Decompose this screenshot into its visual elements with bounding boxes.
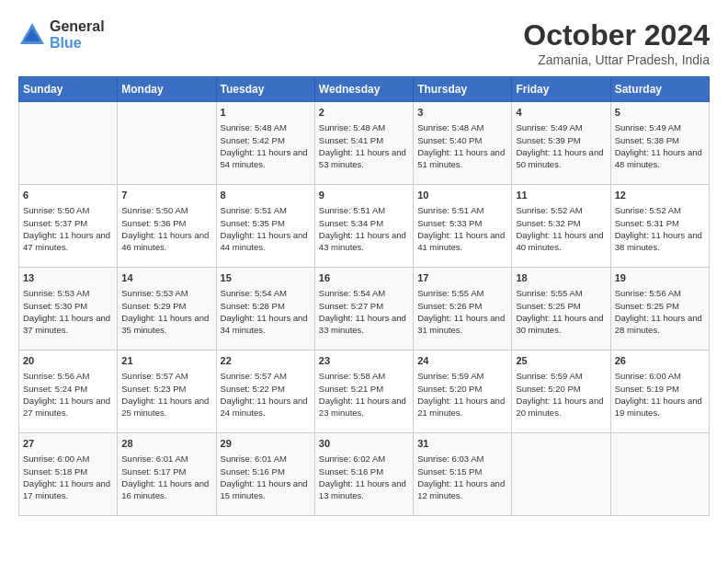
day-number: 24 (417, 354, 507, 368)
calendar-cell: 27Sunrise: 6:00 AMSunset: 5:18 PMDayligh… (19, 433, 118, 516)
day-content: Sunrise: 5:51 AMSunset: 5:35 PMDaylight:… (221, 204, 311, 253)
header-cell-friday: Friday (512, 77, 610, 102)
header-cell-monday: Monday (118, 77, 216, 102)
calendar-cell (118, 102, 216, 185)
day-number: 6 (23, 189, 113, 202)
calendar-cell: 8Sunrise: 5:51 AMSunset: 5:35 PMDaylight… (216, 185, 314, 268)
day-number: 21 (121, 354, 211, 368)
calendar-cell (512, 433, 610, 516)
day-content: Sunrise: 6:00 AMSunset: 5:18 PMDaylight:… (23, 453, 113, 501)
calendar-cell (19, 102, 118, 185)
calendar-cell: 6Sunrise: 5:50 AMSunset: 5:37 PMDaylight… (19, 185, 118, 268)
logo-general: General (50, 18, 105, 35)
header-cell-wednesday: Wednesday (314, 77, 413, 102)
day-number: 2 (319, 106, 409, 120)
day-content: Sunrise: 5:48 AMSunset: 5:41 PMDaylight:… (319, 121, 409, 170)
calendar-cell: 7Sunrise: 5:50 AMSunset: 5:36 PMDaylight… (118, 185, 216, 268)
day-number: 17 (417, 271, 507, 285)
day-number: 19 (615, 271, 705, 285)
day-content: Sunrise: 5:58 AMSunset: 5:21 PMDaylight:… (319, 370, 409, 419)
day-number: 13 (23, 271, 113, 285)
calendar-cell: 31Sunrise: 6:03 AMSunset: 5:15 PMDayligh… (414, 433, 512, 516)
day-content: Sunrise: 5:48 AMSunset: 5:40 PMDaylight:… (417, 121, 507, 170)
calendar-cell: 9Sunrise: 5:51 AMSunset: 5:34 PMDaylight… (314, 185, 413, 268)
day-number: 29 (221, 437, 311, 451)
calendar-body: 1Sunrise: 5:48 AMSunset: 5:42 PMDaylight… (19, 102, 710, 516)
week-row-2: 6Sunrise: 5:50 AMSunset: 5:37 PMDaylight… (19, 185, 710, 268)
calendar-cell: 12Sunrise: 5:52 AMSunset: 5:31 PMDayligh… (610, 185, 709, 268)
day-number: 31 (417, 437, 507, 451)
day-number: 26 (615, 354, 705, 368)
day-content: Sunrise: 6:01 AMSunset: 5:16 PMDaylight:… (221, 453, 311, 501)
calendar-cell: 5Sunrise: 5:49 AMSunset: 5:38 PMDaylight… (610, 102, 709, 185)
day-number: 15 (221, 271, 311, 285)
calendar-table: SundayMondayTuesdayWednesdayThursdayFrid… (18, 76, 710, 516)
calendar-cell: 17Sunrise: 5:55 AMSunset: 5:26 PMDayligh… (414, 268, 512, 350)
calendar-cell: 30Sunrise: 6:02 AMSunset: 5:16 PMDayligh… (314, 433, 413, 516)
header-cell-thursday: Thursday (414, 77, 512, 102)
day-content: Sunrise: 5:57 AMSunset: 5:22 PMDaylight:… (221, 370, 311, 419)
logo-blue: Blue (50, 35, 105, 52)
calendar-header: SundayMondayTuesdayWednesdayThursdayFrid… (19, 77, 710, 102)
subtitle: Zamania, Uttar Pradesh, India (523, 52, 710, 67)
calendar-cell: 19Sunrise: 5:56 AMSunset: 5:25 PMDayligh… (610, 268, 709, 350)
day-number: 1 (221, 106, 311, 120)
title-block: October 2024 Zamania, Uttar Pradesh, Ind… (523, 18, 710, 67)
day-content: Sunrise: 5:57 AMSunset: 5:23 PMDaylight:… (121, 370, 211, 419)
calendar-cell: 24Sunrise: 5:59 AMSunset: 5:20 PMDayligh… (414, 350, 512, 433)
day-number: 27 (23, 437, 113, 451)
day-number: 23 (319, 354, 409, 368)
day-content: Sunrise: 5:59 AMSunset: 5:20 PMDaylight:… (417, 370, 507, 419)
day-number: 16 (319, 271, 409, 285)
week-row-1: 1Sunrise: 5:48 AMSunset: 5:42 PMDaylight… (19, 102, 710, 185)
day-content: Sunrise: 5:53 AMSunset: 5:29 PMDaylight:… (121, 287, 211, 336)
calendar-cell: 4Sunrise: 5:49 AMSunset: 5:39 PMDaylight… (512, 102, 610, 185)
calendar-cell: 2Sunrise: 5:48 AMSunset: 5:41 PMDaylight… (314, 102, 413, 185)
day-number: 30 (319, 437, 409, 451)
day-number: 10 (417, 189, 507, 202)
day-content: Sunrise: 5:49 AMSunset: 5:39 PMDaylight:… (516, 121, 606, 170)
logo-icon (18, 21, 46, 49)
day-number: 20 (23, 354, 113, 368)
day-number: 8 (221, 189, 311, 202)
calendar-cell: 3Sunrise: 5:48 AMSunset: 5:40 PMDaylight… (414, 102, 512, 185)
header-cell-saturday: Saturday (610, 77, 709, 102)
day-number: 14 (121, 271, 211, 285)
day-content: Sunrise: 5:50 AMSunset: 5:37 PMDaylight:… (23, 204, 113, 253)
day-content: Sunrise: 5:53 AMSunset: 5:30 PMDaylight:… (23, 287, 113, 336)
day-content: Sunrise: 5:56 AMSunset: 5:24 PMDaylight:… (23, 370, 113, 419)
calendar-cell: 18Sunrise: 5:55 AMSunset: 5:25 PMDayligh… (512, 268, 610, 350)
calendar-cell: 1Sunrise: 5:48 AMSunset: 5:42 PMDaylight… (216, 102, 314, 185)
calendar-cell: 13Sunrise: 5:53 AMSunset: 5:30 PMDayligh… (19, 268, 118, 350)
month-title: October 2024 (523, 18, 710, 52)
day-content: Sunrise: 5:51 AMSunset: 5:34 PMDaylight:… (319, 204, 409, 253)
calendar-cell: 10Sunrise: 5:51 AMSunset: 5:33 PMDayligh… (414, 185, 512, 268)
calendar-cell: 23Sunrise: 5:58 AMSunset: 5:21 PMDayligh… (314, 350, 413, 433)
day-content: Sunrise: 5:52 AMSunset: 5:31 PMDaylight:… (615, 204, 705, 253)
day-number: 18 (516, 271, 606, 285)
day-content: Sunrise: 5:55 AMSunset: 5:25 PMDaylight:… (516, 287, 606, 336)
week-row-4: 20Sunrise: 5:56 AMSunset: 5:24 PMDayligh… (19, 350, 710, 433)
day-content: Sunrise: 5:52 AMSunset: 5:32 PMDaylight:… (516, 204, 606, 253)
week-row-3: 13Sunrise: 5:53 AMSunset: 5:30 PMDayligh… (19, 268, 710, 350)
day-content: Sunrise: 5:49 AMSunset: 5:38 PMDaylight:… (615, 121, 705, 170)
header-cell-tuesday: Tuesday (216, 77, 314, 102)
day-number: 25 (516, 354, 606, 368)
calendar-cell: 20Sunrise: 5:56 AMSunset: 5:24 PMDayligh… (19, 350, 118, 433)
calendar-cell (610, 433, 709, 516)
day-content: Sunrise: 6:02 AMSunset: 5:16 PMDaylight:… (319, 453, 409, 501)
day-content: Sunrise: 5:54 AMSunset: 5:28 PMDaylight:… (221, 287, 311, 336)
day-content: Sunrise: 5:50 AMSunset: 5:36 PMDaylight:… (121, 204, 211, 253)
header-cell-sunday: Sunday (19, 77, 118, 102)
day-number: 11 (516, 189, 606, 202)
day-content: Sunrise: 6:01 AMSunset: 5:17 PMDaylight:… (121, 453, 211, 501)
day-content: Sunrise: 6:00 AMSunset: 5:19 PMDaylight:… (615, 370, 705, 419)
day-number: 9 (319, 189, 409, 202)
day-number: 5 (615, 106, 705, 120)
calendar-cell: 25Sunrise: 5:59 AMSunset: 5:20 PMDayligh… (512, 350, 610, 433)
page-header: General Blue October 2024 Zamania, Uttar… (18, 18, 710, 67)
calendar-cell: 29Sunrise: 6:01 AMSunset: 5:16 PMDayligh… (216, 433, 314, 516)
calendar-cell: 28Sunrise: 6:01 AMSunset: 5:17 PMDayligh… (118, 433, 216, 516)
week-row-5: 27Sunrise: 6:00 AMSunset: 5:18 PMDayligh… (19, 433, 710, 516)
header-row: SundayMondayTuesdayWednesdayThursdayFrid… (19, 77, 710, 102)
